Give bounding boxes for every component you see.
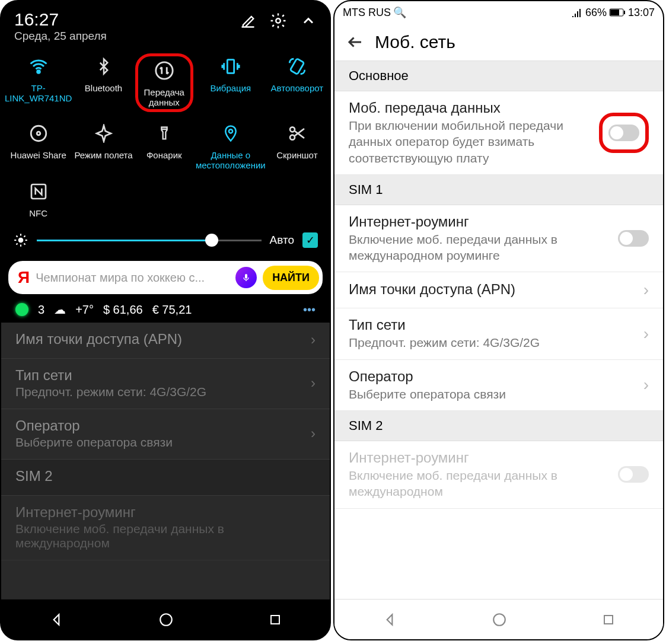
- chevron-right-icon: ›: [311, 375, 316, 391]
- row-title: Моб. передача данных: [349, 100, 592, 116]
- back-icon[interactable]: [49, 612, 64, 627]
- quick-settings-grid: TP-LINK_WR741ND Bluetooth Передача данны…: [1, 46, 330, 225]
- search-icon: 🔍: [393, 6, 406, 19]
- tile-data-transfer[interactable]: Передача данных: [134, 51, 195, 114]
- search-button[interactable]: НАЙТИ: [263, 266, 319, 290]
- svg-point-0: [276, 18, 281, 23]
- row-title: Имя точки доступа (APN): [349, 281, 636, 298]
- more-icon[interactable]: •••: [303, 303, 316, 317]
- row-roaming[interactable]: Интернет-роуминг Включение моб. передачи…: [334, 205, 663, 273]
- edit-icon[interactable]: [240, 12, 256, 29]
- tile-label: Вибрация: [210, 83, 251, 93]
- flashlight-icon: [156, 120, 173, 146]
- row-operator[interactable]: ОператорВыберите оператора связи›: [1, 409, 330, 460]
- status-bar: 16:27 Среда, 25 апреля: [1, 1, 330, 46]
- tile-vibration[interactable]: Вибрация: [195, 51, 267, 114]
- row-net-type[interactable]: Тип сетиПредпочт. режим сети: 4G/3G/2G›: [1, 359, 330, 409]
- row-roaming-disabled: Интернет-роумингВключение моб. передачи …: [1, 496, 330, 560]
- auto-checkbox[interactable]: ✓: [302, 232, 318, 248]
- row-operator[interactable]: Оператор Выберите оператора связи ›: [334, 360, 663, 411]
- tile-location[interactable]: Данные о местоположении: [195, 118, 267, 173]
- toggle-mobile-data[interactable]: [608, 125, 639, 141]
- tile-nfc[interactable]: NFC: [4, 176, 73, 221]
- svg-point-10: [18, 238, 24, 243]
- row-subtitle: Включение моб. передачи данных в междуна…: [15, 522, 316, 550]
- svg-rect-3: [227, 60, 234, 74]
- brightness-slider[interactable]: [37, 240, 262, 241]
- svg-point-17: [493, 614, 505, 626]
- svg-rect-13: [271, 616, 279, 624]
- nav-bar: [334, 599, 663, 639]
- airplane-icon: [94, 120, 113, 146]
- back-icon[interactable]: [382, 612, 397, 627]
- home-icon[interactable]: [492, 612, 507, 627]
- svg-point-1: [37, 71, 40, 74]
- brightness-icon: [13, 232, 28, 248]
- section-main: Основное: [334, 61, 663, 91]
- nfc-icon: [29, 178, 48, 205]
- rotate-icon: [287, 53, 307, 79]
- tile-label: Передача данных: [144, 87, 184, 107]
- row-net-type[interactable]: Тип сети Предпочт. режим сети: 4G/3G/2G …: [334, 308, 663, 359]
- scissors-icon: [288, 120, 307, 146]
- tile-huawei-share[interactable]: Huawei Share: [4, 118, 73, 173]
- tile-label: Автоповорот: [271, 83, 324, 93]
- tile-autorotate[interactable]: Автоповорот: [267, 51, 327, 114]
- row-title: Тип сети: [349, 317, 636, 333]
- section-title: SIM 2: [15, 468, 316, 484]
- highlight-ring: [599, 113, 649, 153]
- row-apn[interactable]: Имя точки доступа (APN)›: [1, 323, 330, 359]
- yandex-logo: Я: [18, 268, 30, 287]
- tile-wifi[interactable]: TP-LINK_WR741ND: [4, 51, 73, 114]
- back-arrow-icon[interactable]: [346, 33, 364, 51]
- svg-rect-11: [245, 274, 247, 279]
- phone-quick-settings: 16:27 Среда, 25 апреля TP-LINK_WR741ND B…: [0, 0, 331, 640]
- home-icon[interactable]: [158, 612, 174, 627]
- tile-bluetooth[interactable]: Bluetooth: [73, 51, 133, 114]
- cloud-icon: ☁: [54, 302, 66, 317]
- row-subtitle: Выберите оператора связи: [349, 386, 636, 402]
- location-icon: [222, 120, 240, 146]
- info-ticker[interactable]: 3 ☁+7° $ 61,66 € 75,21 •••: [1, 297, 330, 323]
- svg-point-8: [290, 135, 295, 139]
- svg-point-5: [37, 132, 40, 135]
- auto-label: Авто: [270, 234, 294, 247]
- voice-icon[interactable]: [235, 267, 257, 288]
- page-title: Моб. сеть: [375, 32, 455, 52]
- tile-screenshot[interactable]: Скриншот: [267, 118, 327, 173]
- svg-rect-15: [610, 9, 619, 15]
- row-apn[interactable]: Имя точки доступа (APN) ›: [334, 272, 663, 308]
- chevron-right-icon: ›: [643, 324, 649, 343]
- toggle-roaming-sim2: [618, 466, 649, 483]
- brightness-row: Авто ✓: [1, 225, 330, 255]
- chevron-right-icon: ›: [643, 280, 649, 299]
- carrier: MTS RUS: [343, 7, 391, 19]
- row-mobile-data[interactable]: Моб. передача данных При включении мобил…: [334, 91, 663, 175]
- collapse-icon[interactable]: [300, 12, 317, 29]
- tile-flashlight[interactable]: Фонарик: [134, 118, 195, 173]
- yandex-search[interactable]: Я Чемпионат мира по хоккею с... НАЙТИ: [8, 261, 323, 294]
- recents-icon[interactable]: [601, 613, 616, 627]
- row-subtitle: Включение моб. передачи данных в междуна…: [349, 467, 611, 500]
- section-sim2: SIM 2: [1, 460, 330, 496]
- row-title: Интернет-роуминг: [349, 213, 611, 230]
- recents-icon[interactable]: [268, 613, 282, 627]
- row-subtitle: При включении мобильной передачи данных …: [349, 117, 592, 166]
- search-input[interactable]: Чемпионат мира по хоккею с...: [36, 271, 230, 285]
- signal-icon: [571, 8, 583, 17]
- gear-icon[interactable]: [269, 12, 287, 30]
- tile-label: TP-LINK_WR741ND: [5, 83, 72, 104]
- background-settings: Имя точки доступа (APN)› Тип сетиПредпоч…: [1, 323, 330, 599]
- row-title: Оператор: [15, 417, 305, 434]
- svg-point-6: [229, 129, 232, 133]
- vibration-icon: [220, 53, 241, 79]
- app-bar: Моб. сеть: [334, 21, 663, 61]
- nav-bar: [1, 599, 330, 639]
- clock: 16:27: [14, 9, 107, 30]
- svg-rect-18: [604, 616, 613, 624]
- row-title: Оператор: [349, 368, 636, 385]
- tile-airplane[interactable]: Режим полета: [73, 118, 133, 173]
- notif-count: 3: [38, 303, 44, 317]
- eur-rate: € 75,21: [152, 303, 192, 317]
- toggle-roaming[interactable]: [618, 230, 649, 247]
